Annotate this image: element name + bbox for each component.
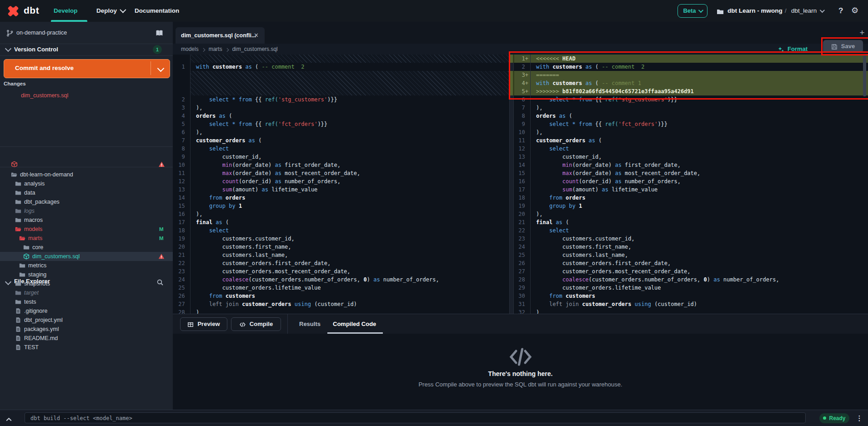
file-tree-item[interactable]: snapshots [0, 279, 173, 288]
nav-tab-documentation[interactable]: Documentation [135, 0, 179, 22]
file-tree-item[interactable]: dim_customers.sql [0, 252, 173, 261]
code-line: 4+with customers as ( -- comment 1 [513, 79, 868, 87]
file-tree-item[interactable]: .gitignore [0, 306, 173, 316]
folder-icon [15, 281, 21, 287]
changed-file-row[interactable]: dim_customers.sql [0, 90, 173, 101]
file-tree-label: TEST [24, 343, 39, 352]
project-name[interactable]: dbt Learn - mwong [728, 0, 783, 22]
file-tree-item[interactable]: dbt_project.yml [0, 316, 173, 325]
chevron-down-icon[interactable] [5, 45, 11, 52]
file-tree-item[interactable]: core [0, 243, 173, 252]
grid-icon [187, 321, 194, 327]
file-tree-item[interactable]: data [0, 188, 173, 197]
preview-button[interactable]: Preview [180, 317, 227, 331]
folder-open-icon [19, 235, 25, 241]
editor-pane-merged[interactable]: 1+<<<<<<< HEAD2 with customers as ( -- c… [513, 55, 868, 314]
git-branch-row[interactable]: on-demand-practice [0, 22, 173, 44]
breadcrumb-marts[interactable]: marts [209, 46, 222, 52]
file-tree-item[interactable]: logs [0, 206, 173, 216]
code-line: 15 group by 1 [173, 202, 509, 210]
dbt-logo-icon[interactable] [6, 5, 20, 17]
compiled-code-panel: There's nothing here. Press Compile abov… [173, 334, 868, 410]
divider [151, 61, 151, 75]
folder-icon [15, 180, 21, 187]
file-tree-item[interactable]: dbt-learn-on-demand [0, 170, 173, 179]
file-tree-label: tests [24, 297, 36, 306]
code-line: 29 customer_orders.lifetime_value [513, 284, 868, 292]
code-line: 24 coalesce(customer_orders.number_of_or… [173, 276, 509, 284]
file-tree-item[interactable]: staging [0, 270, 173, 279]
file-tree-item[interactable]: modelsM [0, 225, 173, 234]
code-line: 13 customer_id, [513, 153, 868, 161]
docs-book-icon[interactable] [156, 29, 163, 37]
file-explorer-header[interactable]: File Explorer [0, 146, 173, 167]
branch-name: on-demand-practice [16, 22, 67, 44]
file-tree-item[interactable]: martsM [0, 234, 173, 243]
new-tab-button[interactable]: + [857, 27, 868, 38]
beta-dropdown[interactable]: Beta [677, 4, 707, 18]
file-tree-label: macros [24, 216, 43, 225]
file-tree-item[interactable]: macros [0, 216, 173, 225]
breadcrumb-file[interactable]: dim_customers.sql [232, 46, 278, 52]
file-tree-item[interactable]: packages.yml [0, 325, 173, 334]
commit-and-resolve-button[interactable]: Commit and resolve [4, 59, 170, 78]
folder-icon [15, 217, 21, 223]
code-line: 25 customers.last_name, [513, 251, 868, 259]
code-line: 23 customers.customer_id, [513, 235, 868, 243]
empty-state-title: There's nothing here. [173, 370, 868, 377]
file-tree-item[interactable]: README.md [0, 334, 173, 343]
close-icon[interactable]: ✕ [254, 27, 259, 44]
breadcrumb-models[interactable]: models [181, 46, 199, 52]
nav-tab-deploy[interactable]: Deploy [96, 0, 125, 22]
code-icon [509, 347, 532, 366]
gear-icon[interactable]: ⚙ [851, 0, 858, 22]
chevron-right-icon [201, 48, 205, 51]
code-line: 16 count(order_id) as number_of_orders, [513, 177, 868, 185]
changes-label: Changes [4, 81, 26, 86]
code-line: 27 left join customer_orders using (cust… [173, 300, 509, 308]
code-line: 26 from customers [173, 292, 509, 300]
help-icon[interactable]: ? [838, 0, 843, 22]
file-tree-item[interactable]: tests [0, 297, 173, 306]
chevron-up-icon[interactable] [5, 415, 12, 423]
chevron-right-icon [225, 48, 229, 51]
kebab-menu-icon[interactable]: ⋮ [855, 413, 864, 424]
file-tree-item[interactable]: metrics [0, 261, 173, 270]
editor-tab-dim-customers[interactable]: dim_customers.sql (confli... ✕ [176, 27, 265, 44]
file-tree-item[interactable]: TEST [0, 343, 173, 352]
breadcrumb: modelsmartsdim_customers.sql [181, 44, 278, 55]
code-line: 28 ) [173, 308, 509, 314]
code-line: 13 sum(amount) as lifetime_value [173, 185, 509, 194]
code-line: 9 customer_id, [173, 153, 509, 161]
tab-compiled-code[interactable]: Compiled Code [333, 314, 376, 334]
code-line: 23 customer_orders.most_recent_order_dat… [173, 267, 509, 276]
file-tree-label: dim_customers.sql [32, 252, 80, 261]
file-icon [15, 308, 21, 314]
file-tree-item[interactable]: analysis [0, 179, 173, 188]
code-line: 22 select [513, 226, 868, 235]
editor-pane-current[interactable]: 1 with customers as ( -- comment 22 sele… [173, 55, 509, 314]
file-tree-label: data [24, 188, 35, 197]
tab-results[interactable]: Results [299, 314, 321, 334]
code-line: 8 select [173, 145, 509, 153]
code-line: 5+>>>>>>> b81f802a66fd544504c65721e3ffaa… [513, 87, 868, 95]
format-button[interactable]: Format [778, 44, 808, 55]
code-line: 12 count(order_id) as number_of_orders, [173, 177, 509, 185]
file-tree-label: logs [24, 206, 35, 216]
code-line: 22 customer_orders.first_order_date, [173, 259, 509, 267]
version-control-header[interactable]: Version Control [14, 44, 58, 55]
code-line: 28 coalesce(customer_orders.number_of_or… [513, 276, 868, 284]
scrollbar-thumb[interactable] [863, 55, 866, 96]
code-line: 11 max(order_date) as most_recent_order_… [173, 169, 509, 177]
compile-button[interactable]: Compile [231, 317, 281, 331]
command-input[interactable]: dbt build --select <model_name> [25, 412, 806, 423]
file-tree-label: dbt-learn-on-demand [20, 170, 73, 179]
chevron-down-icon[interactable] [157, 65, 165, 72]
save-button[interactable]: Save [823, 40, 863, 53]
environment-switcher[interactable]: dbt_learn [791, 0, 823, 22]
file-tree-item[interactable]: target [0, 288, 173, 297]
cube-icon [23, 253, 30, 260]
code-line: 1 with customers as ( -- comment 2 [173, 63, 509, 71]
nav-tab-develop[interactable]: Develop [54, 0, 78, 22]
file-tree-item[interactable]: dbt_packages [0, 197, 173, 206]
